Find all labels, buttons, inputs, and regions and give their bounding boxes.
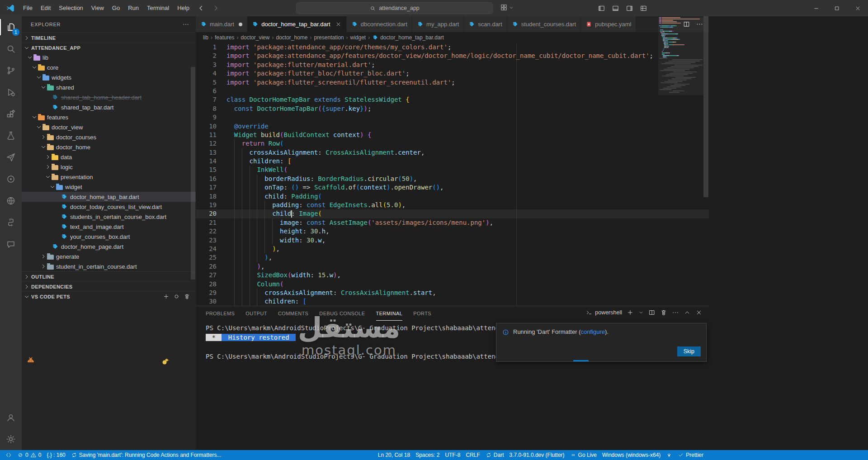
- terminal-dropdown-icon[interactable]: [638, 310, 644, 315]
- status-remote-indicator[interactable]: [3, 450, 14, 460]
- tab-pubspec.yaml[interactable]: pubspec.yaml: [581, 16, 636, 32]
- status-language-mode[interactable]: Dart: [483, 450, 507, 460]
- activity-search[interactable]: [0, 38, 22, 60]
- tree-item-doctor_view[interactable]: doctor_view: [22, 122, 196, 132]
- panel-tab-comments[interactable]: COMMENTS: [278, 306, 308, 321]
- menu-terminal[interactable]: Terminal: [143, 0, 173, 16]
- menu-view[interactable]: View: [87, 0, 108, 16]
- toggle-panel-icon[interactable]: [612, 5, 619, 12]
- status-formatting-status[interactable]: Saving 'main.dart': Running Code Actions…: [68, 450, 224, 460]
- breadcrumb-item[interactable]: lib: [203, 34, 208, 41]
- tree-item-data[interactable]: data: [22, 152, 196, 162]
- terminal-profile[interactable]: powershell: [585, 309, 622, 316]
- activity-run-and-debug[interactable]: [0, 81, 22, 103]
- minimap[interactable]: [659, 17, 703, 93]
- breadcrumb-item[interactable]: features: [215, 34, 234, 41]
- status-platform[interactable]: Windows (windows-x64): [599, 450, 663, 460]
- layout-grid-icon[interactable]: [500, 4, 508, 11]
- tree-item-core[interactable]: core: [22, 62, 196, 72]
- tree-item-widgets[interactable]: widgets: [22, 72, 196, 82]
- minimize-button[interactable]: [806, 0, 826, 16]
- tree-item-doctor_today_coures_list_view.dart[interactable]: doctor_today_coures_list_view.dart: [22, 202, 196, 212]
- tree-item-doctor_home_page.dart[interactable]: doctor_home_page.dart: [22, 242, 196, 251]
- tree-item-text_and_image.dart[interactable]: text_and_image.dart: [22, 222, 196, 232]
- breadcrumb-item[interactable]: widget: [350, 34, 366, 41]
- section-outline[interactable]: OUTLINE: [22, 271, 196, 281]
- section-vscode-pets[interactable]: VS CODE PETS: [22, 291, 196, 301]
- tree-item-doctor_home_tap_bar.dart[interactable]: doctor_home_tap_bar.dart: [22, 192, 196, 202]
- split-terminal-icon[interactable]: [648, 309, 656, 316]
- section-dependencies[interactable]: DEPENDENCIES: [22, 281, 196, 291]
- explorer-more-actions-icon[interactable]: [182, 21, 189, 28]
- status-prettier[interactable]: Prettier: [675, 450, 706, 460]
- customize-layout-icon[interactable]: [640, 5, 647, 12]
- add-pet-icon[interactable]: [163, 293, 170, 300]
- activity-settings[interactable]: [0, 428, 22, 450]
- close-window-button[interactable]: [847, 0, 868, 16]
- menu-edit[interactable]: Edit: [37, 0, 55, 16]
- tree-item-students_in_certain_course_box.dart[interactable]: students_in_certain_course_box.dart: [22, 212, 196, 222]
- editor-scrollbar[interactable]: [703, 16, 709, 279]
- toggle-secondary-sidebar-icon[interactable]: [626, 5, 633, 12]
- code-editor[interactable]: 1import 'package:attendance_app/core/the…: [196, 43, 709, 306]
- tab-main.dart[interactable]: main.dart: [196, 16, 247, 32]
- tree-item-lib[interactable]: lib: [22, 52, 196, 62]
- menu-go[interactable]: Go: [108, 0, 124, 16]
- activity-comments[interactable]: [0, 233, 22, 255]
- tree-item-generate[interactable]: generate: [22, 251, 196, 261]
- terminal-more-icon[interactable]: [672, 309, 679, 316]
- breadcrumb-item[interactable]: doctor_home: [276, 34, 307, 41]
- command-center[interactable]: attendance_app: [296, 2, 493, 14]
- panel-tab-debug-console[interactable]: DEBUG CONSOLE: [319, 306, 365, 321]
- tree-item-logic[interactable]: logic: [22, 162, 196, 172]
- menu-file[interactable]: File: [19, 0, 37, 16]
- activity-account[interactable]: [0, 407, 22, 428]
- section-timeline[interactable]: TIMELINE: [22, 33, 196, 43]
- configure-link[interactable]: configure: [580, 328, 604, 335]
- panel-tab-problems[interactable]: PROBLEMS: [206, 306, 235, 321]
- status-pet[interactable]: [663, 450, 675, 460]
- status-cursor-position[interactable]: Ln 20, Col 18: [375, 450, 413, 460]
- maximize-panel-icon[interactable]: [684, 309, 691, 316]
- status-flutter-version[interactable]: 3.7.0-91.0.dev (Flutter): [507, 450, 567, 460]
- status-eol[interactable]: CRLF: [463, 450, 483, 460]
- chevron-down-icon[interactable]: [509, 5, 514, 10]
- tree-item-student_in_certain_course.dart[interactable]: student_in_certain_course.dart: [22, 261, 196, 271]
- status-encoding[interactable]: UTF-8: [443, 450, 463, 460]
- tree-item-features[interactable]: features: [22, 112, 196, 122]
- tree-item-shared[interactable]: shared: [22, 82, 196, 92]
- activity-live-server[interactable]: [0, 190, 22, 212]
- status-indentation[interactable]: Spaces: 2: [413, 450, 442, 460]
- skip-button[interactable]: Skip: [677, 346, 701, 356]
- activity-dart-devtools[interactable]: [0, 168, 22, 190]
- breadcrumb-item[interactable]: presentation: [314, 34, 344, 41]
- panel-tab-ports[interactable]: PORTS: [413, 306, 431, 321]
- tab-student_courses.dart[interactable]: student_courses.dart: [507, 16, 581, 32]
- panel-tab-terminal[interactable]: TERMINAL: [376, 306, 403, 321]
- status-bracket-counter[interactable]: {.} : 160: [44, 450, 68, 460]
- menu-selection[interactable]: Selection: [55, 0, 87, 16]
- activity-thunder-client[interactable]: [0, 147, 22, 168]
- maximize-button[interactable]: [826, 0, 847, 16]
- activity-extensions[interactable]: [0, 103, 22, 125]
- menu-run[interactable]: Run: [124, 0, 143, 16]
- status-go-live[interactable]: Go Live: [567, 450, 599, 460]
- section-project[interactable]: ATTENDANCE_APP: [22, 43, 196, 52]
- tree-item-presentation[interactable]: presentation: [22, 172, 196, 182]
- breadcrumb-item[interactable]: doctor_view: [241, 34, 269, 41]
- new-terminal-icon[interactable]: [627, 309, 634, 316]
- tab-doctor_home_tap_bar.dart[interactable]: doctor_home_tap_bar.dart: [247, 16, 347, 32]
- tree-item-doctor_courses[interactable]: doctor_courses: [22, 132, 196, 142]
- tree-item-shared_tab_home_header.dart[interactable]: shared_tab_home_header.dart: [22, 92, 196, 102]
- tree-item-doctor_home[interactable]: doctor_home: [22, 142, 196, 152]
- toggle-primary-sidebar-icon[interactable]: [598, 5, 605, 12]
- tree-item-your_courses_box.dart[interactable]: your_courses_box.dart: [22, 232, 196, 242]
- status-problems[interactable]: 00: [14, 450, 44, 460]
- tree-item-shared_tap_bar.dart[interactable]: shared_tap_bar.dart: [22, 102, 196, 112]
- back-icon[interactable]: [197, 4, 205, 12]
- kill-terminal-icon[interactable]: [660, 309, 667, 316]
- activity-source-control[interactable]: [0, 60, 22, 81]
- close-panel-icon[interactable]: [695, 309, 703, 316]
- tab-my_app.dart[interactable]: my_app.dart: [412, 16, 464, 32]
- breadcrumb-item[interactable]: doctor_home_tap_bar.dart: [380, 34, 444, 41]
